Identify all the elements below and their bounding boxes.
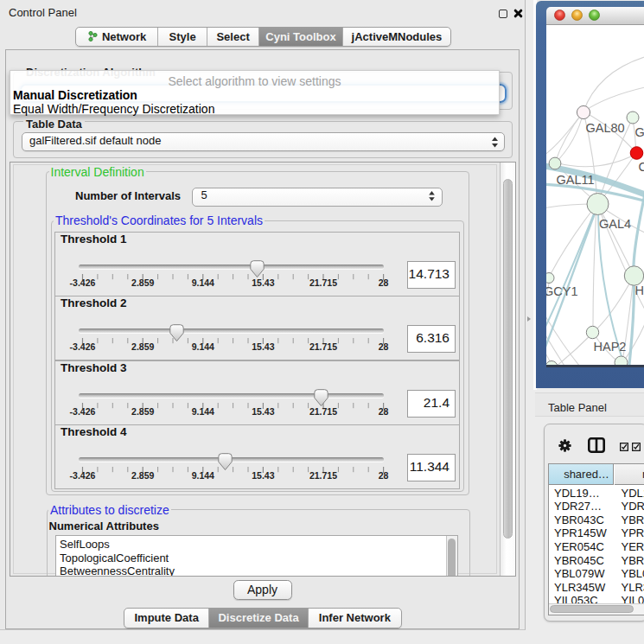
svg-text:HAP2: HAP2 <box>593 339 626 353</box>
svg-text:HIS4: HIS4 <box>634 283 644 296</box>
svg-text:GCY1: GCY1 <box>546 284 578 297</box>
svg-text:GAL11: GAL11 <box>556 172 594 186</box>
svg-text:GAL4: GAL4 <box>599 216 631 230</box>
svg-text:C1: C1 <box>638 159 644 173</box>
svg-text:GAL80: GAL80 <box>585 120 624 134</box>
svg-text:GAL1: GAL1 <box>634 124 644 138</box>
